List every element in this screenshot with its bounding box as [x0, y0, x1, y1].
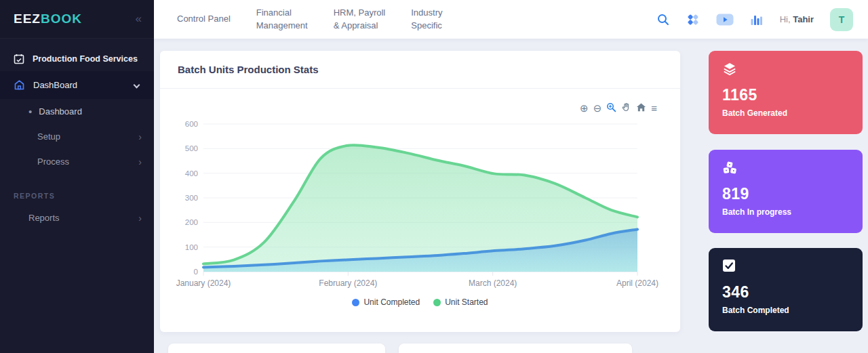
- stat-card-batch-completed[interactable]: 346 Batch Completed: [709, 248, 863, 331]
- bottom-card-left: [168, 344, 385, 353]
- nav-links: Control Panel FinancialManagement HRM, P…: [177, 7, 443, 33]
- chevron-right-icon: ›: [138, 213, 142, 223]
- chart-body: ⊕ ⊖ ≡ 0100200300400500600January (2024)F…: [160, 89, 680, 307]
- sidebar-subitem-label: Process: [37, 157, 132, 167]
- sidebar-header: EEZBOOK «: [0, 0, 154, 39]
- svg-text:400: 400: [185, 169, 198, 178]
- sidebar-section-reports: REPORTS: [0, 174, 154, 205]
- top-navbar: Control Panel FinancialManagement HRM, P…: [154, 0, 868, 39]
- nav-icons: Hi, Tahir T: [656, 8, 853, 31]
- user-name: Tahir: [793, 14, 814, 24]
- checkbox-icon: [722, 259, 849, 274]
- stat-label: Batch In progress: [722, 207, 849, 217]
- sidebar: EEZBOOK « Production Food Services DashB…: [0, 0, 154, 353]
- logo-text-accent: BOOK: [41, 12, 82, 26]
- chevron-right-icon: ›: [138, 157, 142, 167]
- stat-value: 819: [722, 185, 849, 203]
- chart-legend: Unit Completed Unit Started: [160, 297, 680, 307]
- apps-icon[interactable]: [686, 13, 700, 26]
- calendar-check-icon: [14, 54, 24, 64]
- greeting-prefix: Hi,: [780, 14, 793, 24]
- sidebar-subitem-process[interactable]: Process ›: [0, 149, 154, 174]
- svg-text:500: 500: [185, 144, 198, 152]
- layers-icon: [722, 62, 849, 77]
- sidebar-subitem-dashboard[interactable]: • Dashboard: [0, 99, 154, 124]
- stats-bars-icon[interactable]: [750, 13, 764, 26]
- app-logo[interactable]: EEZBOOK: [14, 12, 82, 26]
- nav-item-label: HRM, Payroll: [334, 7, 386, 18]
- stat-value: 346: [722, 283, 849, 302]
- legend-dot: [433, 299, 441, 306]
- bullet-icon: •: [28, 109, 32, 115]
- svg-text:200: 200: [185, 218, 198, 226]
- nav-item-label: Specific: [411, 20, 442, 30]
- stat-value: 1165: [722, 86, 849, 104]
- menu-icon[interactable]: ≡: [651, 103, 657, 113]
- reset-home-icon[interactable]: [636, 102, 646, 114]
- chevron-right-icon: ›: [138, 132, 142, 142]
- home-icon: [14, 79, 25, 91]
- sidebar-item-label: DashBoard: [33, 80, 126, 90]
- nav-item-control-panel[interactable]: Control Panel: [177, 13, 231, 26]
- nav-item-label: Control Panel: [177, 14, 231, 24]
- legend-dot: [352, 299, 359, 306]
- legend-item-unit-started[interactable]: Unit Started: [433, 297, 488, 307]
- nav-item-financial-management[interactable]: FinancialManagement: [256, 7, 308, 33]
- svg-text:100: 100: [185, 243, 198, 251]
- sidebar-subitem-setup[interactable]: Setup ›: [0, 124, 154, 149]
- chart-toolbar: ⊕ ⊖ ≡: [580, 102, 657, 114]
- zoom-out-icon[interactable]: ⊖: [593, 103, 602, 113]
- pan-icon[interactable]: [621, 102, 631, 114]
- zoom-in-icon[interactable]: ⊕: [580, 103, 589, 113]
- svg-text:February (2024): February (2024): [319, 278, 377, 288]
- svg-text:April (2024): April (2024): [616, 278, 658, 288]
- svg-text:January (2024): January (2024): [176, 278, 231, 288]
- sidebar-item-production-food-services[interactable]: Production Food Services: [0, 39, 154, 71]
- svg-text:300: 300: [185, 194, 198, 202]
- sidebar-item-label: Production Food Services: [33, 54, 138, 64]
- sidebar-subitem-label: Dashboard: [39, 106, 82, 117]
- user-greeting: Hi, Tahir: [780, 14, 814, 24]
- legend-label: Unit Started: [445, 297, 488, 307]
- main-content: Batch Units Production Stats ⊕ ⊖ ≡ 01002…: [154, 39, 868, 353]
- legend-label: Unit Completed: [363, 297, 420, 307]
- stat-card-batch-generated[interactable]: 1165 Batch Generated: [709, 51, 863, 134]
- nav-item-hrm-payroll-appraisal[interactable]: HRM, Payroll& Appraisal: [334, 7, 386, 33]
- cubes-icon: [722, 161, 849, 175]
- stat-label: Batch Completed: [722, 306, 849, 315]
- sidebar-subitem-label: Setup: [37, 131, 132, 142]
- legend-item-unit-completed[interactable]: Unit Completed: [352, 297, 420, 307]
- svg-text:March (2024): March (2024): [469, 278, 517, 288]
- svg-text:600: 600: [185, 120, 198, 128]
- selection-zoom-icon[interactable]: [606, 102, 616, 114]
- video-play-icon[interactable]: [716, 13, 734, 26]
- stat-card-batch-in-progress[interactable]: 819 Batch In progress: [709, 150, 863, 233]
- nav-item-label: Management: [256, 20, 308, 30]
- avatar[interactable]: T: [830, 8, 853, 31]
- sidebar-collapse-icon[interactable]: «: [136, 12, 142, 26]
- chart-title: Batch Units Production Stats: [178, 64, 319, 75]
- stat-label: Batch Generated: [722, 108, 849, 118]
- nav-item-industry-specific[interactable]: IndustrySpecific: [411, 7, 442, 33]
- batch-units-chart-card: Batch Units Production Stats ⊕ ⊖ ≡ 01002…: [160, 51, 680, 332]
- search-icon[interactable]: [656, 13, 670, 26]
- chart-card-header: Batch Units Production Stats: [160, 51, 680, 89]
- nav-item-label: & Appraisal: [334, 20, 378, 30]
- sidebar-item-dashboard[interactable]: DashBoard: [0, 71, 154, 99]
- nav-item-label: Financial: [256, 7, 292, 18]
- logo-text-primary: EEZ: [14, 12, 41, 26]
- bottom-card-right: [399, 344, 632, 353]
- svg-text:0: 0: [194, 268, 198, 276]
- sidebar-item-reports[interactable]: Reports ›: [0, 205, 154, 230]
- nav-item-label: Industry: [411, 7, 442, 18]
- sidebar-item-label: Reports: [28, 213, 132, 223]
- area-chart[interactable]: 0100200300400500600January (2024)Februar…: [160, 115, 680, 295]
- chevron-down-icon: [134, 82, 140, 89]
